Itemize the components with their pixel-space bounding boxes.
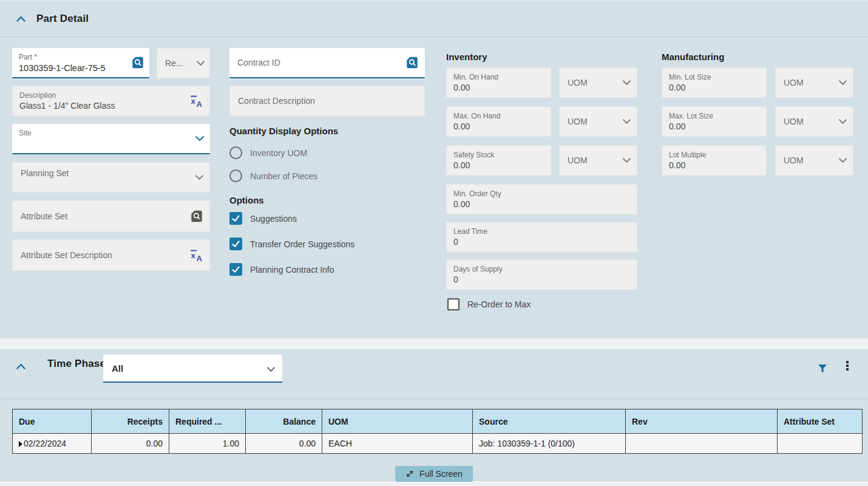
cell-uom[interactable]: EACH bbox=[322, 434, 473, 454]
filter-icon[interactable] bbox=[818, 364, 827, 376]
chevron-down-icon bbox=[623, 158, 631, 163]
radio-number-of-pieces[interactable]: Number of Pieces bbox=[229, 169, 317, 182]
full-screen-button[interactable]: Full Screen bbox=[395, 466, 473, 482]
chevron-down-icon bbox=[623, 80, 631, 85]
radio-number-of-pieces-label: Number of Pieces bbox=[250, 171, 317, 181]
col-header-required[interactable]: Required ... bbox=[169, 409, 246, 434]
cell-attribute-set[interactable] bbox=[778, 434, 863, 454]
time-phase-section: Time Phase All Due Receipts Require bbox=[0, 349, 868, 481]
part-label: Part * bbox=[19, 52, 143, 62]
part-lookup-icon[interactable] bbox=[131, 56, 144, 69]
uom-label: UOM bbox=[784, 117, 804, 126]
contract-description-field[interactable]: Contract Description bbox=[229, 86, 425, 116]
uom-label: UOM bbox=[568, 78, 588, 87]
checkbox-transfer-order-suggestions-label: Transfer Order Suggestions bbox=[250, 239, 354, 249]
attribute-set-field[interactable]: Attribute Set bbox=[12, 200, 210, 232]
checkbox-reorder-to-max[interactable]: Re-Order to Max bbox=[447, 298, 531, 310]
checkbox-unchecked-icon[interactable] bbox=[447, 298, 459, 310]
site-label: Site bbox=[19, 128, 203, 138]
chevron-down-icon bbox=[623, 119, 631, 124]
table-row[interactable]: 02/22/2024 0.00 1.00 0.00 EACH Job: 1030… bbox=[13, 434, 863, 454]
col-header-uom[interactable]: UOM bbox=[322, 409, 473, 434]
lead-time-label: Lead Time bbox=[453, 227, 630, 236]
safety-stock-field[interactable]: Safety Stock 0.00 bbox=[446, 145, 551, 176]
time-phase-filter-value: All bbox=[112, 363, 123, 374]
col-header-due[interactable]: Due bbox=[13, 409, 92, 434]
lead-time-field[interactable]: Lead Time 0 bbox=[446, 222, 637, 252]
max-on-hand-uom-dropdown[interactable]: UOM bbox=[559, 106, 637, 137]
max-on-hand-field[interactable]: Max. On Hand 0.00 bbox=[446, 106, 551, 137]
translate-icon[interactable]: xA bbox=[190, 95, 203, 108]
lot-multiple-field[interactable]: Lot Multiple 0.00 bbox=[662, 145, 767, 176]
cell-rev[interactable] bbox=[626, 434, 778, 454]
checkbox-planning-contract-info[interactable]: Planning Contract Info bbox=[229, 263, 334, 276]
min-order-qty-field[interactable]: Min. Order Qty 0.00 bbox=[446, 184, 637, 214]
description-field[interactable]: Description Glass1 - 1/4" Clear Glass xA bbox=[12, 86, 210, 116]
quantity-display-options-heading: Quantity Display Options bbox=[229, 126, 338, 136]
row-selected-marker-icon bbox=[19, 441, 22, 447]
chevron-down-icon bbox=[195, 136, 204, 142]
radio-inventory-uom[interactable]: Inventory UOM bbox=[229, 146, 307, 159]
attribute-set-description-field[interactable]: Attribute Set Description xA bbox=[12, 239, 210, 271]
col-header-receipts[interactable]: Receipts bbox=[92, 409, 169, 434]
col-header-attribute-set[interactable]: Attribute Set bbox=[778, 409, 863, 434]
lot-multiple-value: 0.00 bbox=[669, 160, 759, 172]
days-of-supply-field[interactable]: Days of Supply 0 bbox=[446, 259, 637, 290]
contract-id-lookup-icon[interactable] bbox=[405, 56, 419, 69]
radio-inventory-uom-label: Inventory UOM bbox=[250, 148, 307, 158]
checkbox-checked-icon[interactable] bbox=[229, 238, 242, 250]
min-on-hand-uom-dropdown[interactable]: UOM bbox=[559, 67, 637, 98]
min-lot-size-uom-dropdown[interactable]: UOM bbox=[775, 67, 853, 98]
revision-label: Re... bbox=[165, 58, 183, 68]
checkbox-checked-icon[interactable] bbox=[229, 212, 242, 225]
cell-receipts[interactable]: 0.00 bbox=[92, 434, 169, 454]
translate-icon[interactable]: xA bbox=[190, 249, 203, 262]
checkbox-suggestions[interactable]: Suggestions bbox=[229, 212, 297, 225]
cell-balance[interactable]: 0.00 bbox=[246, 434, 322, 454]
chevron-down-icon bbox=[267, 363, 275, 374]
checkbox-planning-contract-info-label: Planning Contract Info bbox=[250, 265, 334, 275]
min-lot-size-field[interactable]: Min. Lot Size 0.00 bbox=[662, 67, 767, 98]
more-actions-kebab-icon[interactable] bbox=[846, 361, 849, 371]
attribute-set-lookup-icon[interactable] bbox=[190, 210, 203, 223]
cell-source[interactable]: Job: 1030359-1-1 (0/100) bbox=[473, 434, 626, 454]
manufacturing-heading: Manufacturing bbox=[662, 52, 724, 62]
part-field[interactable]: Part * 1030359-1-Clear-75-5 bbox=[12, 48, 149, 78]
page: Part Detail Part * 1030359-1-Clear-75-5 … bbox=[0, 0, 868, 486]
part-detail-header: Part Detail bbox=[0, 1, 868, 37]
planning-set-dropdown[interactable]: Planning Set bbox=[12, 162, 210, 193]
description-value: Glass1 - 1/4" Clear Glass bbox=[19, 100, 203, 112]
max-lot-size-field[interactable]: Max. Lot Size 0.00 bbox=[662, 106, 767, 137]
full-screen-icon bbox=[405, 470, 414, 478]
safety-stock-uom-dropdown[interactable]: UOM bbox=[559, 145, 637, 176]
options-heading: Options bbox=[229, 195, 264, 205]
checkbox-suggestions-label: Suggestions bbox=[250, 214, 297, 224]
uom-label: UOM bbox=[784, 78, 804, 87]
col-header-rev[interactable]: Rev bbox=[626, 409, 778, 434]
time-phase-filter-select[interactable]: All bbox=[103, 355, 282, 383]
checkbox-checked-icon[interactable] bbox=[229, 263, 242, 276]
collapse-chevron-icon[interactable] bbox=[16, 363, 25, 369]
chevron-down-icon bbox=[839, 119, 847, 124]
days-of-supply-value: 0 bbox=[453, 274, 630, 286]
planning-set-label: Planning Set bbox=[21, 168, 69, 178]
site-field[interactable]: Site bbox=[12, 124, 210, 154]
radio-icon[interactable] bbox=[229, 169, 242, 182]
checkbox-transfer-order-suggestions[interactable]: Transfer Order Suggestions bbox=[229, 238, 354, 250]
attribute-set-description-label: Attribute Set Description bbox=[21, 250, 112, 260]
cell-due[interactable]: 02/22/2024 bbox=[13, 434, 92, 454]
collapse-chevron-icon[interactable] bbox=[16, 16, 25, 22]
col-header-source[interactable]: Source bbox=[473, 409, 626, 434]
min-lot-size-label: Min. Lot Size bbox=[669, 72, 759, 82]
divider bbox=[0, 399, 868, 399]
radio-icon[interactable] bbox=[229, 146, 242, 159]
time-phase-table: Due Receipts Required ... Balance UOM So… bbox=[12, 409, 863, 454]
cell-required[interactable]: 1.00 bbox=[169, 434, 246, 454]
revision-dropdown[interactable]: Re... bbox=[157, 48, 210, 78]
min-on-hand-field[interactable]: Min. On Hand 0.00 bbox=[446, 67, 551, 98]
col-header-balance[interactable]: Balance bbox=[246, 409, 322, 434]
lot-multiple-uom-dropdown[interactable]: UOM bbox=[775, 145, 853, 176]
max-lot-size-uom-dropdown[interactable]: UOM bbox=[775, 106, 853, 137]
contract-id-field[interactable]: Contract ID bbox=[229, 48, 425, 78]
reorder-to-max-label: Re-Order to Max bbox=[467, 299, 531, 309]
